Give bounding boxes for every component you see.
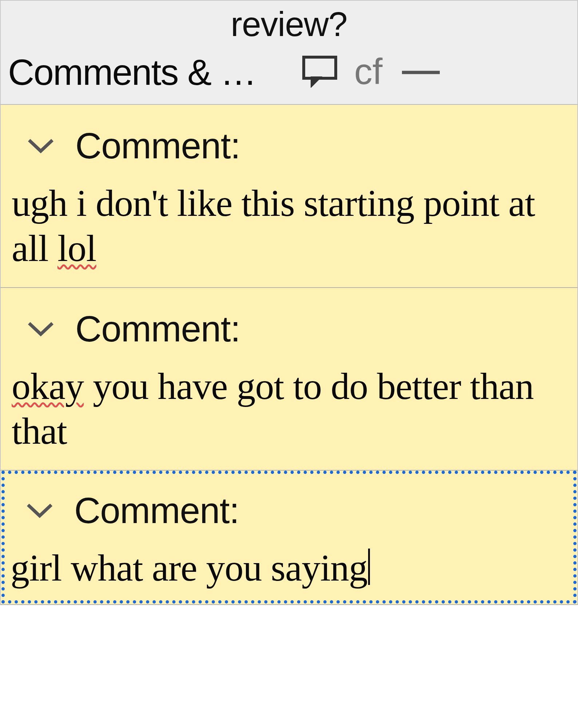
chevron-down-icon[interactable] bbox=[26, 136, 55, 156]
comment-body[interactable]: ugh i don't like this starting point at … bbox=[12, 181, 566, 271]
panel-header: review? bbox=[0, 0, 578, 51]
comment-bubble-icon[interactable] bbox=[302, 55, 338, 88]
comment-header[interactable]: Comment: bbox=[12, 125, 566, 167]
comment-item[interactable]: Comment: ugh i don't like this starting … bbox=[0, 105, 578, 288]
comment-item-selected[interactable]: Comment: girl what are you saying bbox=[0, 471, 578, 605]
comment-header[interactable]: Comment: bbox=[11, 490, 567, 531]
text-cursor bbox=[368, 549, 370, 585]
chevron-down-icon[interactable] bbox=[26, 319, 55, 339]
svg-rect-0 bbox=[304, 57, 336, 78]
chevron-down-icon[interactable] bbox=[25, 500, 54, 521]
comment-item[interactable]: Comment: okay you have got to do better … bbox=[0, 288, 578, 471]
comment-label: Comment: bbox=[75, 308, 240, 350]
comment-body[interactable]: okay you have got to do better than that bbox=[12, 364, 566, 454]
comment-header[interactable]: Comment: bbox=[12, 308, 566, 350]
panel-label: Comments & … bbox=[8, 51, 256, 93]
panel-toolbar: Comments & … cf bbox=[0, 51, 578, 105]
spellcheck-underline: okay bbox=[12, 365, 84, 407]
cf-label[interactable]: cf bbox=[354, 51, 383, 92]
spellcheck-underline: lol bbox=[57, 227, 96, 269]
minimize-icon[interactable] bbox=[399, 58, 443, 87]
comment-label: Comment: bbox=[75, 125, 240, 167]
comment-label: Comment: bbox=[74, 490, 239, 531]
document-reference-title: review? bbox=[1, 4, 577, 44]
comment-body-editing[interactable]: girl what are you saying bbox=[11, 545, 567, 590]
comments-panel: review? Comments & … cf bbox=[0, 0, 578, 728]
comments-list: Comment: ugh i don't like this starting … bbox=[0, 105, 578, 728]
